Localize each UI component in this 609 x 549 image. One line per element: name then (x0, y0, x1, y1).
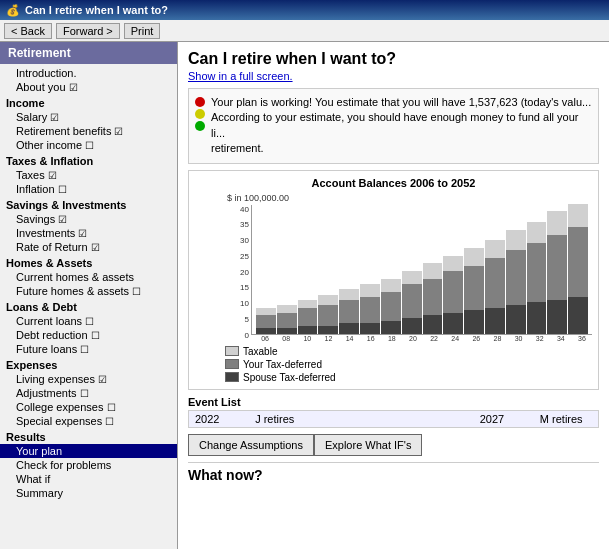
bar-spouse-6 (381, 321, 401, 334)
explore-what-ifs-button[interactable]: Explore What IF's (314, 434, 422, 456)
bar-spouse-12 (506, 305, 526, 334)
x-label-9: 24 (445, 335, 465, 342)
sidebar-item-introduction[interactable]: Introduction. (0, 66, 177, 80)
y-tick-30: 30 (227, 236, 249, 245)
sidebar-item-living-expenses[interactable]: Living expenses (0, 372, 177, 386)
bar-tax-deferred-4 (339, 300, 359, 323)
bar-stack-9 (443, 256, 463, 334)
checkbox-other-income (85, 139, 94, 151)
checkbox-adjustments (80, 387, 89, 399)
bar-group-13 (527, 222, 547, 334)
bar-stack-6 (381, 279, 401, 334)
y-tick-20: 20 (227, 268, 249, 277)
bar-spouse-2 (298, 326, 318, 334)
sidebar-item-inflation[interactable]: Inflation (0, 182, 177, 196)
checkbox-debt-reduction (91, 329, 100, 341)
forward-button[interactable]: Forward > (56, 23, 120, 39)
x-label-14: 34 (551, 335, 571, 342)
section-taxes-inflation: Taxes & Inflation (0, 154, 177, 168)
sidebar-item-debt-reduction[interactable]: Debt reduction (0, 328, 177, 342)
bar-group-4 (339, 289, 359, 333)
y-tick-0: 0 (227, 331, 249, 340)
x-label-11: 28 (487, 335, 507, 342)
page-title: Can I retire when I want to? (188, 50, 599, 68)
info-box: Your plan is working! You estimate that … (188, 88, 599, 164)
sidebar-item-rate-of-return[interactable]: Rate of Return (0, 240, 177, 254)
bar-group-7 (402, 271, 422, 333)
y-tick-10: 10 (227, 299, 249, 308)
bar-stack-4 (339, 289, 359, 333)
sidebar-item-what-if[interactable]: What if (0, 472, 177, 486)
print-button[interactable]: Print (124, 23, 161, 39)
bar-stack-3 (318, 295, 338, 334)
sidebar-item-check-for-problems[interactable]: Check for problems (0, 458, 177, 472)
legend-color-spouse (225, 372, 239, 382)
bar-spouse-9 (443, 313, 463, 334)
sidebar-item-college-expenses[interactable]: College expenses (0, 400, 177, 414)
bar-chart (251, 205, 592, 335)
buttons-row: Change Assumptions Explore What IF's (188, 434, 599, 456)
y-tick-35: 35 (227, 220, 249, 229)
sidebar-item-future-loans[interactable]: Future loans (0, 342, 177, 356)
sidebar-item-adjustments[interactable]: Adjustments (0, 386, 177, 400)
legend-item-taxable: Taxable (225, 346, 592, 357)
bar-group-0 (256, 308, 276, 334)
bar-taxable-2 (298, 300, 318, 308)
event-list-header: Event List (188, 396, 599, 408)
info-text: Your plan is working! You estimate that … (211, 95, 592, 157)
bar-tax-deferred-13 (527, 243, 547, 303)
bar-taxable-5 (360, 284, 380, 297)
bar-tax-deferred-12 (506, 250, 526, 305)
sidebar-item-current-loans[interactable]: Current loans (0, 314, 177, 328)
sidebar-item-other-income[interactable]: Other income (0, 138, 177, 152)
x-label-5: 16 (361, 335, 381, 342)
dot-red (195, 97, 205, 107)
bar-spouse-14 (547, 300, 567, 334)
back-button[interactable]: < Back (4, 23, 52, 39)
bar-group-12 (506, 230, 526, 334)
bar-tax-deferred-1 (277, 313, 297, 329)
section-savings-investments: Savings & Investments (0, 198, 177, 212)
bar-tax-deferred-5 (360, 297, 380, 323)
bar-group-10 (464, 248, 484, 334)
bar-taxable-9 (443, 256, 463, 272)
bar-group-9 (443, 256, 463, 334)
bar-taxable-10 (464, 248, 484, 266)
change-assumptions-button[interactable]: Change Assumptions (188, 434, 314, 456)
sidebar-item-special-expenses[interactable]: Special expenses (0, 414, 177, 428)
bar-tax-deferred-2 (298, 308, 318, 326)
bar-group-8 (423, 263, 443, 333)
bar-group-1 (277, 305, 297, 334)
sidebar-item-your-plan[interactable]: Your plan (0, 444, 177, 458)
chart-wrapper: $ in 100,000.00 40 35 30 25 20 15 10 5 0 (195, 193, 592, 342)
bar-stack-0 (256, 308, 276, 334)
bar-taxable-15 (568, 204, 588, 227)
bar-spouse-4 (339, 323, 359, 333)
sidebar-item-future-homes[interactable]: Future homes & assets (0, 284, 177, 298)
bar-stack-5 (360, 284, 380, 333)
y-axis-label: $ in 100,000.00 (227, 193, 592, 203)
y-tick-25: 25 (227, 252, 249, 261)
show-screen-link[interactable]: Show in a full screen. (188, 70, 599, 82)
bar-taxable-6 (381, 279, 401, 292)
legend-item-spouse: Spouse Tax-deferred (225, 372, 592, 383)
event-list-section: Event List 2022 J retires 2027 M retires (188, 396, 599, 428)
section-homes-assets: Homes & Assets (0, 256, 177, 270)
sidebar-item-savings[interactable]: Savings (0, 212, 177, 226)
bar-stack-2 (298, 300, 318, 334)
x-label-6: 18 (382, 335, 402, 342)
bar-taxable-4 (339, 289, 359, 299)
bar-taxable-7 (402, 271, 422, 284)
sidebar-item-investments[interactable]: Investments (0, 226, 177, 240)
sidebar-item-current-homes[interactable]: Current homes & assets (0, 270, 177, 284)
sidebar-item-retirement-benefits[interactable]: Retirement benefits (0, 124, 177, 138)
bar-tax-deferred-11 (485, 258, 505, 307)
x-label-12: 30 (509, 335, 529, 342)
sidebar-item-taxes[interactable]: Taxes (0, 168, 177, 182)
event-year-2: 2027 (480, 413, 532, 425)
bar-taxable-12 (506, 230, 526, 251)
sidebar-item-about[interactable]: About you (0, 80, 177, 94)
sidebar-item-salary[interactable]: Salary (0, 110, 177, 124)
x-label-15: 36 (572, 335, 592, 342)
sidebar-item-summary[interactable]: Summary (0, 486, 177, 500)
